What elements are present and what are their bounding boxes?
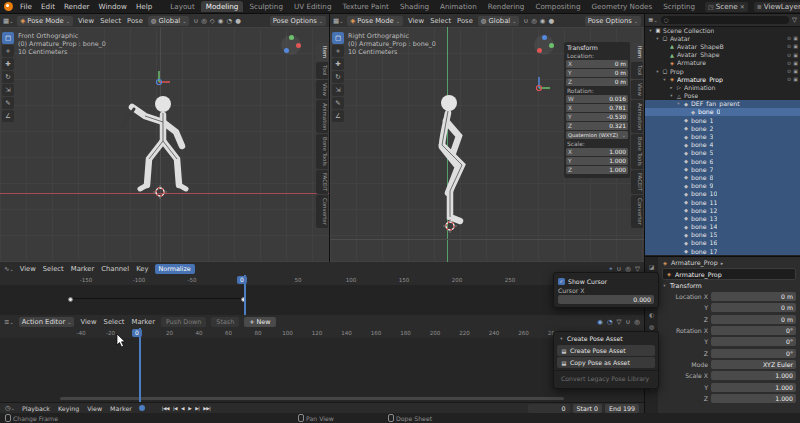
menu-select[interactable]: Select: [429, 17, 452, 25]
outliner-row[interactable]: ◈ Armature ⊙ ▣: [645, 59, 800, 67]
menu-select[interactable]: Select: [103, 318, 126, 326]
play-reverse-button[interactable]: ◀: [180, 406, 185, 411]
outliner-row[interactable]: ◆ bone_12 ⊙ ▣: [645, 206, 800, 214]
snap-magnet-icon[interactable]: ∪: [193, 17, 198, 25]
disable-in-render-icon[interactable]: ▣: [793, 52, 798, 58]
value-field[interactable]: 1.000: [711, 394, 796, 403]
value-field[interactable]: 0°: [711, 326, 796, 335]
popup-item-create-pose-asset[interactable]: ▤ Create Pose Asset: [557, 345, 655, 356]
dope-canvas[interactable]: [0, 338, 644, 402]
outliner-row[interactable]: ◆ bone_11 ⊙ ▣: [645, 198, 800, 206]
annotate-icon[interactable]: ✎: [2, 97, 14, 109]
outliner-search-input[interactable]: ○: [661, 16, 789, 24]
menu-window[interactable]: Window: [97, 2, 129, 11]
proportional-edit-icon[interactable]: ◎: [634, 318, 640, 326]
scale-field[interactable]: Z1.000: [566, 166, 628, 174]
menu-edit[interactable]: Edit: [39, 2, 57, 11]
menu-key[interactable]: Key: [135, 265, 149, 273]
menu-playback[interactable]: Playback: [21, 405, 51, 412]
menu-pose[interactable]: Pose: [126, 17, 144, 25]
menu-view[interactable]: View: [19, 265, 37, 273]
menu-view[interactable]: View: [79, 318, 97, 326]
value-field[interactable]: 0 m: [711, 303, 796, 312]
viewport-front-canvas[interactable]: ▢+✚↻⇲✎∠ Front Orthographic(0) Armature_P…: [0, 27, 329, 262]
outliner-row[interactable]: ▲ Avatar_Shape ⊙ ▣: [645, 51, 800, 59]
value-field[interactable]: 0 m: [711, 315, 796, 324]
rotate-icon[interactable]: ↻: [2, 71, 14, 83]
disable-in-render-icon[interactable]: ▣: [793, 60, 798, 66]
tab-sculpting[interactable]: Sculpting: [244, 1, 288, 12]
hide-in-viewport-icon[interactable]: ⊙: [787, 52, 791, 58]
filter-icon[interactable]: ▽: [617, 318, 622, 326]
outliner-row[interactable]: ◆ bone_3 ⊙ ▣: [645, 132, 800, 140]
move-icon[interactable]: ✚: [2, 58, 14, 70]
menu-channel[interactable]: Channel: [100, 265, 130, 273]
viewport-right[interactable]: ▦⌄ ◈ Pose Mode⌄ ViewSelectPose ◍ Global⌄…: [330, 14, 645, 262]
next-keyframe-button[interactable]: ▶|: [194, 406, 200, 411]
outliner-row[interactable]: ◆ bone_16 ⊙ ▣: [645, 239, 800, 247]
rotation-field[interactable]: W0.016: [566, 95, 628, 103]
viewport-shading-icon[interactable]: ●: [235, 17, 241, 25]
outliner-row[interactable]: ◆ bone_6 ⊙ ▣: [645, 157, 800, 165]
filter-icon[interactable]: ▽: [792, 16, 797, 24]
outliner-row[interactable]: ▾ ◆ DEF_fan_parent ⊙ ▣: [645, 100, 800, 108]
outliner-row[interactable]: ◆ bone_13 ⊙ ▣: [645, 214, 800, 222]
show-overlays-icon[interactable]: ◉: [540, 17, 546, 25]
jump-to-start-button[interactable]: |◀◀: [161, 406, 170, 411]
transform-gizmo[interactable]: [526, 75, 552, 101]
hide-in-viewport-icon[interactable]: ⊙: [787, 60, 791, 66]
outliner-editor-icon[interactable]: ≣⌄: [648, 16, 658, 24]
tab-geometry-nodes[interactable]: Geometry Nodes: [587, 1, 658, 12]
stash-button[interactable]: Stash: [211, 317, 239, 327]
horizontal-scrollbar[interactable]: [60, 397, 564, 400]
transform-gizmo[interactable]: [146, 69, 172, 95]
scale-field[interactable]: Y1.000: [566, 157, 628, 165]
dope-sheet-editor-icon[interactable]: ≡⌄: [4, 318, 14, 326]
hide-in-viewport-icon[interactable]: ⊙: [787, 76, 791, 82]
outliner-row[interactable]: ◆ bone_4 ⊙ ▣: [645, 141, 800, 149]
outliner-row[interactable]: ◆ bone_17 ⊙ ▣: [645, 247, 800, 255]
playhead[interactable]: [139, 328, 141, 402]
sidebar-tab-view[interactable]: View: [631, 80, 643, 99]
transform-panel-title[interactable]: Transform: [567, 44, 628, 51]
menu-marker[interactable]: Marker: [131, 318, 157, 326]
value-field[interactable]: 0 m: [711, 292, 796, 301]
outliner-row[interactable]: ◆ bone_9 ⊙ ▣: [645, 182, 800, 190]
outliner-row[interactable]: ▾ ▣ Scene Collection ⊙ ▣: [645, 26, 800, 34]
sidebar-tab-bone-tools[interactable]: Bone Tools: [316, 134, 328, 169]
navigation-gizmo[interactable]: [281, 35, 301, 55]
outliner-row[interactable]: ◆ bone_1 ⊙ ▣: [645, 116, 800, 124]
tab-uv-editing[interactable]: UV Editing: [289, 1, 337, 12]
tab-modeling[interactable]: Modeling: [201, 1, 244, 12]
sidebar-tab-faceit[interactable]: FACEIT: [631, 170, 643, 194]
scene-selector[interactable]: ◳ Scene ✕: [705, 2, 748, 12]
prev-keyframe-button[interactable]: |◀: [172, 406, 178, 411]
sidebar-tab-item[interactable]: Item: [631, 43, 643, 61]
playhead-frame-tag[interactable]: 0: [132, 329, 142, 338]
proportional-edit-icon[interactable]: ◎: [531, 17, 537, 25]
tab-shading[interactable]: Shading: [395, 1, 434, 12]
annotate-icon[interactable]: ✎: [332, 97, 344, 109]
playhead-frame-tag[interactable]: 0: [237, 276, 247, 285]
outliner-row[interactable]: ◆ bone_0 ⊙ ▣: [645, 108, 800, 116]
disable-in-render-icon[interactable]: ▣: [793, 68, 798, 74]
menu-render[interactable]: Render: [62, 2, 92, 11]
rotation-field[interactable]: Y-0.530: [566, 113, 628, 121]
pose-options-dropdown[interactable]: Pose Options⌄: [585, 16, 641, 26]
sidebar-tab-tool[interactable]: Tool: [316, 62, 328, 78]
menu-view[interactable]: View: [86, 405, 103, 412]
location-field[interactable]: Z0 m: [566, 78, 628, 86]
tab-animation[interactable]: Animation: [435, 1, 482, 12]
sidebar-tab-bone-tools[interactable]: Bone Tools: [631, 134, 643, 169]
toggle-xray-icon[interactable]: ◔: [227, 17, 233, 25]
mode-dropdown[interactable]: ◈ Pose Mode⌄: [347, 16, 403, 26]
transform-section-header[interactable]: ▾ Transform: [658, 280, 800, 291]
tool-icon[interactable]: ◪: [646, 261, 658, 271]
menu-marker[interactable]: Marker: [70, 265, 96, 273]
snap-magnet-icon[interactable]: ∪: [523, 17, 528, 25]
sidebar-tab-converter[interactable]: Converter: [631, 195, 643, 228]
new-action-button[interactable]: + New: [244, 317, 275, 327]
show-cursor-checkbox[interactable]: ✓: [558, 278, 565, 285]
outliner-row[interactable]: ◆ bone_7 ⊙ ▣: [645, 165, 800, 173]
menu-help[interactable]: Help: [134, 2, 154, 11]
